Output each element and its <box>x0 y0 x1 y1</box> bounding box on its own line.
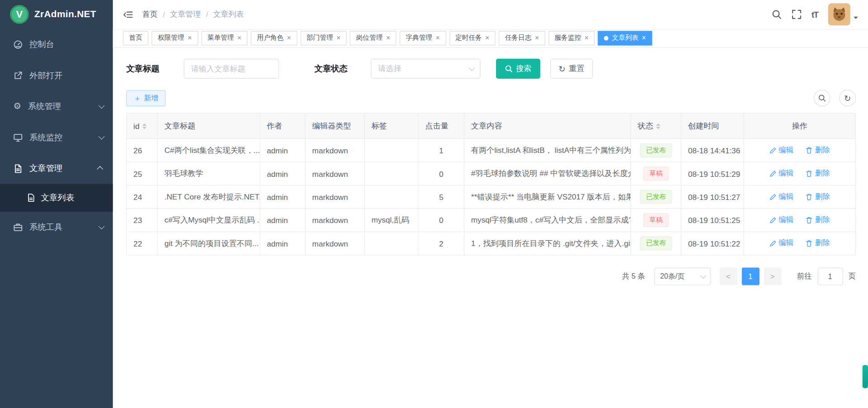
search-icon <box>505 65 513 72</box>
delete-button[interactable]: 删除 <box>806 192 830 202</box>
delete-button[interactable]: 删除 <box>806 169 830 179</box>
col-header-status[interactable]: 状态 <box>631 113 681 138</box>
sidebar-item-system-tools[interactable]: 系统工具 <box>0 212 113 243</box>
prev-page-button[interactable]: < <box>719 267 737 285</box>
sidebar-item-article-list[interactable]: 文章列表 <box>0 184 113 212</box>
close-icon[interactable]: × <box>287 34 291 42</box>
sidebar-item-system-management[interactable]: ⚙ 系统管理 <box>0 91 113 122</box>
delete-button[interactable]: 删除 <box>806 145 830 155</box>
app-logo[interactable]: V ZrAdmin.NET <box>0 0 113 29</box>
col-header-actions: 操作 <box>744 113 855 138</box>
reset-button-label: 重置 <box>569 64 584 74</box>
cell-title: git 为不同的项目设置不同... <box>157 232 260 255</box>
trash-icon <box>806 216 813 223</box>
edit-button[interactable]: 编辑 <box>769 238 793 248</box>
sidebar-item-external-open[interactable]: 外部打开 <box>0 60 113 91</box>
chevron-up-icon <box>97 166 103 172</box>
reset-button[interactable]: ↻ 重置 <box>550 59 593 79</box>
edit-button[interactable]: 编辑 <box>769 169 793 179</box>
close-icon[interactable]: × <box>237 34 241 42</box>
close-icon[interactable]: × <box>436 34 440 42</box>
breadcrumb: 首页 / 文章管理 / 文章列表 <box>142 9 244 19</box>
cell-editor: markdown <box>305 162 364 185</box>
breadcrumb-article-list[interactable]: 文章列表 <box>213 9 244 19</box>
col-header-clicks: 点击量 <box>418 113 464 138</box>
user-menu-caret-icon[interactable] <box>854 17 858 21</box>
font-size-icon[interactable]: tT <box>811 9 818 19</box>
sidebar-item-article-management[interactable]: 文章管理 <box>0 153 113 184</box>
goto-page-input[interactable] <box>817 267 843 285</box>
cell-clicks: 2 <box>418 232 464 255</box>
sidebar-item-system-monitor[interactable]: 系统监控 <box>0 122 113 153</box>
edit-button[interactable]: 编辑 <box>769 215 793 225</box>
cell-created: 08-19 10:51:27 <box>681 185 744 209</box>
page-size-select[interactable]: 20条/页 <box>654 267 711 285</box>
breadcrumb-home[interactable]: 首页 <box>142 9 158 19</box>
edit-button[interactable]: 编辑 <box>769 192 793 202</box>
avatar[interactable] <box>828 3 850 25</box>
chevron-down-icon <box>99 133 105 140</box>
delete-button[interactable]: 删除 <box>806 238 830 248</box>
tab-service-monitor[interactable]: 服务监控 × <box>548 31 594 45</box>
breadcrumb-article-management[interactable]: 文章管理 <box>170 9 201 19</box>
refresh-table-button[interactable]: ↻ <box>839 90 856 106</box>
sort-icon[interactable] <box>142 123 147 128</box>
sidebar-item-label: 控制台 <box>29 39 54 49</box>
monitor-icon <box>13 133 23 142</box>
search-icon <box>818 94 826 102</box>
add-button[interactable]: ＋ 新增 <box>126 90 165 106</box>
close-icon[interactable]: × <box>386 34 390 42</box>
tab-home[interactable]: 首页 <box>123 31 148 45</box>
tab-menus[interactable]: 菜单管理 × <box>201 31 247 45</box>
sidebar-item-dashboard[interactable]: 控制台 <box>0 29 113 60</box>
tab-departments[interactable]: 部门管理 × <box>301 31 347 45</box>
toggle-search-button[interactable] <box>814 90 830 106</box>
search-icon[interactable] <box>772 9 782 19</box>
pencil-icon <box>769 147 776 154</box>
external-link-icon <box>13 71 23 80</box>
page-number-1[interactable]: 1 <box>741 267 759 285</box>
tab-permissions[interactable]: 权限管理 × <box>152 31 198 45</box>
page-size-value: 20条/页 <box>660 271 684 281</box>
topbar-actions: tT <box>772 3 858 25</box>
close-icon[interactable]: × <box>336 34 340 42</box>
sidebar: V ZrAdmin.NET 控制台 外部打开 ⚙ 系统管理 系统监控 <box>0 0 113 408</box>
close-icon[interactable]: × <box>485 34 489 42</box>
close-icon[interactable]: × <box>642 34 646 42</box>
search-button[interactable]: 搜索 <box>496 59 540 79</box>
cell-title: c#写入Mysql中文显示乱码 ... <box>157 209 260 232</box>
tab-label: 任务日志 <box>505 33 532 43</box>
close-icon[interactable]: × <box>535 34 539 42</box>
main-area: 首页 / 文章管理 / 文章列表 tT <box>113 0 868 408</box>
close-icon[interactable]: × <box>585 34 589 42</box>
sort-icon[interactable] <box>656 123 660 128</box>
trash-icon <box>806 240 813 247</box>
tab-job-logs[interactable]: 任务日志 × <box>499 31 545 45</box>
cell-clicks: 0 <box>418 162 464 185</box>
article-title-input[interactable] <box>184 59 279 79</box>
tab-user-roles[interactable]: 用户角色 × <box>251 31 297 45</box>
tab-dictionaries[interactable]: 字典管理 × <box>400 31 446 45</box>
chevron-down-icon <box>700 272 706 279</box>
tab-cron-jobs[interactable]: 定时任务 × <box>449 31 495 45</box>
cell-title: C#两个list集合实现关联，... <box>157 139 260 162</box>
tab-article-list[interactable]: 文章列表 × <box>598 31 652 45</box>
pencil-icon <box>769 193 776 200</box>
close-icon[interactable]: × <box>188 34 192 42</box>
breadcrumb-separator: / <box>163 10 165 19</box>
page-content: 文章标题 文章状态 请选择 搜索 ↻ 重置 <box>113 47 868 408</box>
cell-editor: markdown <box>305 209 364 232</box>
scrollbar-thumb[interactable] <box>863 365 868 388</box>
breadcrumb-separator: / <box>206 10 208 19</box>
delete-button[interactable]: 删除 <box>806 215 830 225</box>
article-status-select[interactable]: 请选择 <box>371 59 480 79</box>
col-header-id[interactable]: id <box>127 113 158 138</box>
sidebar-collapse-icon[interactable] <box>123 9 133 19</box>
edit-button[interactable]: 编辑 <box>769 145 793 155</box>
table-row: 24 .NET Core 发布时提示.NET... admin markdown… <box>127 185 856 209</box>
cell-editor: markdown <box>305 185 364 209</box>
next-page-button[interactable]: > <box>764 267 781 285</box>
tab-posts[interactable]: 岗位管理 × <box>350 31 396 45</box>
fullscreen-icon[interactable] <box>792 9 802 19</box>
col-header-created: 创建时间 <box>681 113 744 138</box>
